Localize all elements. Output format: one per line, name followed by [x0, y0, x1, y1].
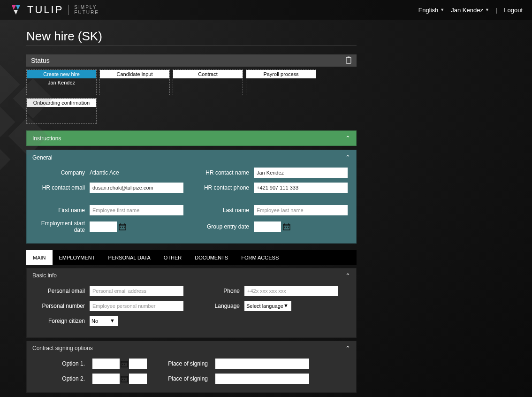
svg-rect-17 [286, 227, 287, 228]
option1-date-input[interactable] [92, 359, 120, 369]
svg-rect-25 [122, 379, 123, 380]
svg-rect-18 [288, 227, 289, 228]
user-menu[interactable]: Jan Kendez ▼ [451, 7, 489, 14]
svg-rect-9 [120, 227, 121, 228]
option2-date-input[interactable] [92, 374, 120, 384]
foreign-citizen-select[interactable]: No [90, 316, 118, 326]
group-entry-label: Group entry date [188, 223, 249, 230]
logo-icon [9, 4, 23, 15]
hr-email-label: HR contact email [33, 184, 85, 191]
stage-contract[interactable]: Contract [173, 69, 243, 95]
general-label: General [32, 154, 53, 161]
logo: TULIP SIMPLY FUTURE [9, 4, 99, 16]
signing-header[interactable]: Contract signing options ⌃ [27, 341, 356, 356]
svg-rect-3 [346, 57, 351, 63]
hr-phone-input[interactable] [254, 183, 348, 193]
stage-create-new-hire[interactable]: Create new hire Jan Kendez [26, 69, 97, 95]
last-name-input[interactable] [254, 205, 348, 215]
page-title: New hire (SK) [26, 29, 357, 46]
language-selector[interactable]: English ▼ [418, 7, 445, 14]
instructions-label: Instructions [32, 135, 61, 142]
language-label: Language [188, 303, 240, 309]
stage-payroll-process[interactable]: Payroll process [246, 69, 316, 95]
tab-documents[interactable]: DOCUMENTS [188, 250, 235, 265]
phone-label: Phone [188, 288, 240, 294]
chevron-down-icon: ▼ [440, 8, 444, 12]
svg-rect-26 [124, 379, 125, 380]
logout-link[interactable]: Logout [504, 7, 523, 14]
svg-rect-22 [124, 364, 125, 365]
place2-input[interactable] [215, 374, 309, 384]
basic-info-panel: Basic info ⌃ Personal email Phone Person… [26, 268, 357, 338]
language-select[interactable]: Select language [244, 301, 291, 311]
chevron-up-icon: ⌃ [345, 135, 350, 142]
last-name-label: Last name [188, 207, 249, 214]
place2-label: Place of signing [156, 375, 208, 382]
signing-panel: Contract signing options ⌃ Option 1. Pla… [26, 341, 357, 393]
svg-rect-11 [124, 227, 125, 228]
chevron-up-icon: ⌃ [345, 272, 350, 279]
foreign-citizen-label: Foreign citizen [33, 318, 85, 324]
personal-email-label: Personal email [33, 288, 85, 294]
stage-onboarding-confirmation[interactable]: Onboarding confirmation [26, 98, 97, 124]
emp-start-label: Employment start date [33, 220, 85, 234]
option1-time-input[interactable] [129, 359, 147, 369]
chevron-up-icon: ⌃ [345, 154, 350, 161]
company-value: Atlantic Ace [90, 169, 183, 176]
option2-time-input[interactable] [129, 374, 147, 384]
svg-rect-21 [122, 364, 123, 365]
tab-other[interactable]: OTHER [157, 250, 189, 265]
topbar: TULIP SIMPLY FUTURE English ▼ Jan Kendez… [0, 0, 532, 20]
company-label: Company [33, 169, 85, 176]
general-panel: General ⌃ Company Atlantic Ace HR contac… [26, 150, 357, 244]
stage-candidate-input[interactable]: Candidate input [99, 69, 170, 95]
personal-number-label: Personal number [33, 303, 85, 309]
tab-employment[interactable]: EMPLOYMENT [53, 250, 102, 265]
clipboard-icon[interactable] [345, 56, 352, 65]
group-entry-input[interactable] [254, 221, 281, 232]
status-bar: Status [26, 54, 357, 67]
instructions-panel[interactable]: Instructions ⌃ [26, 130, 357, 146]
basic-info-header[interactable]: Basic info ⌃ [27, 268, 356, 283]
calendar-icon[interactable] [119, 223, 126, 230]
signing-label: Contract signing options [32, 345, 93, 351]
basic-label: Basic info [32, 272, 57, 279]
phone-input[interactable] [244, 286, 338, 296]
logo-text: TULIP [27, 4, 63, 16]
calendar-icon[interactable] [283, 223, 290, 230]
personal-email-input[interactable] [90, 286, 183, 296]
hr-email-input[interactable] [90, 183, 183, 193]
svg-marker-0 [12, 5, 16, 10]
svg-rect-10 [122, 227, 123, 228]
calendar-icon[interactable] [121, 360, 128, 367]
calendar-icon[interactable] [121, 375, 128, 382]
emp-start-input[interactable] [90, 221, 117, 232]
place1-label: Place of signing [156, 360, 208, 367]
svg-marker-1 [16, 5, 20, 10]
tabs: MAIN EMPLOYMENT PERSONAL DATA OTHER DOCU… [26, 250, 357, 265]
first-name-label: First name [33, 207, 85, 214]
hr-phone-label: HR contact phone [188, 184, 249, 191]
hr-name-input[interactable] [254, 168, 348, 178]
chevron-up-icon: ⌃ [345, 345, 350, 352]
personal-number-input[interactable] [90, 301, 183, 311]
logo-tagline: SIMPLY FUTURE [68, 5, 99, 15]
svg-rect-16 [284, 227, 285, 228]
tab-personal-data[interactable]: PERSONAL DATA [102, 250, 157, 265]
hr-name-label: HR contact name [188, 169, 249, 176]
first-name-input[interactable] [90, 205, 183, 215]
tab-form-access[interactable]: FORM ACCESS [235, 250, 285, 265]
tab-main[interactable]: MAIN [26, 250, 53, 265]
option1-label: Option 1. [33, 360, 85, 367]
general-header[interactable]: General ⌃ [27, 150, 356, 165]
separator: | [496, 7, 497, 14]
language-select-wrap: Select language ▼ [244, 301, 291, 311]
stages-row-1: Create new hire Jan Kendez Candidate inp… [26, 69, 357, 95]
top-right: English ▼ Jan Kendez ▼ | Logout [418, 7, 523, 14]
chevron-down-icon: ▼ [485, 8, 489, 12]
svg-rect-4 [348, 56, 350, 58]
option2-label: Option 2. [33, 375, 85, 382]
stages-row-2: Onboarding confirmation [26, 98, 357, 124]
place1-input[interactable] [215, 359, 309, 369]
foreign-select-wrap: No ▼ [90, 316, 118, 326]
